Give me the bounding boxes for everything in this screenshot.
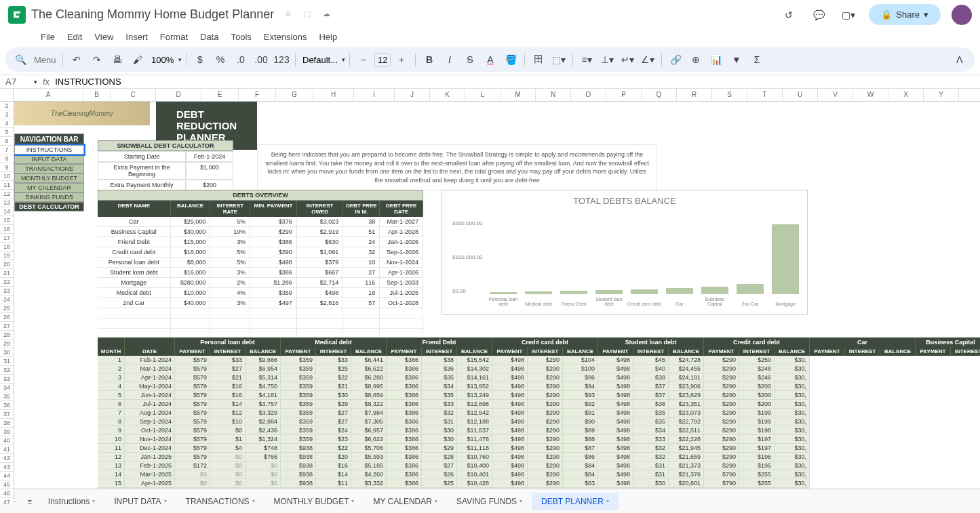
schedule-cell[interactable]: Mar-1-2025 (125, 470, 175, 479)
schedule-cell[interactable]: $498 (598, 391, 633, 400)
col-header[interactable]: C (111, 89, 156, 101)
schedule-cell[interactable]: $290 (528, 479, 563, 488)
row-header[interactable]: 20 (0, 260, 14, 269)
schedule-cell[interactable]: $290 (704, 391, 739, 400)
schedule-cell[interactable]: $290 (528, 426, 563, 435)
schedule-cell[interactable]: $748 (246, 444, 281, 453)
nav-item-input-data[interactable]: INPUT DATA (14, 155, 84, 164)
row-header[interactable]: 41 (0, 445, 14, 454)
schedule-cell[interactable]: $199 (739, 417, 775, 426)
overview-cell[interactable]: Friend Debt (98, 237, 171, 247)
schedule-cell[interactable]: 5 (98, 391, 125, 400)
schedule-cell[interactable]: $35 (422, 391, 457, 400)
schedule-cell[interactable]: $498 (492, 435, 528, 444)
history-icon[interactable]: ↺ (779, 5, 798, 24)
schedule-cell[interactable]: $250 (739, 356, 775, 365)
row-header[interactable]: 30 (0, 348, 14, 357)
chart-bar[interactable] (772, 224, 799, 294)
col-header[interactable]: W (853, 89, 888, 101)
menu-file[interactable]: File (35, 29, 60, 45)
row-header[interactable]: 43 (0, 463, 14, 472)
col-header[interactable]: A (14, 89, 83, 101)
comment-add-icon[interactable]: ⊕ (686, 50, 705, 69)
schedule-cell[interactable]: $84 (563, 470, 598, 479)
link-icon[interactable]: 🔗 (666, 50, 685, 69)
schedule-cell[interactable]: $579 (175, 409, 210, 417)
col-header[interactable]: K (430, 89, 465, 101)
row-header[interactable]: 36 (0, 401, 14, 410)
schedule-cell[interactable]: $24,728 (669, 356, 704, 365)
schedule-cell[interactable]: $579 (175, 356, 210, 365)
col-header[interactable]: U (783, 89, 818, 101)
schedule-cell[interactable]: $498 (492, 417, 528, 426)
schedule-cell[interactable]: $290 (528, 391, 563, 400)
share-button[interactable]: 🔒 Share ▾ (869, 4, 941, 25)
chart-bar[interactable] (631, 289, 658, 294)
overview-cell[interactable]: $25,000 (171, 217, 211, 227)
chevron-down-icon[interactable]: ▾ (178, 56, 182, 63)
schedule-cell[interactable]: $290 (528, 453, 563, 461)
schedule-cell[interactable]: $14 (210, 400, 246, 409)
chevron-down-icon[interactable]: ▾ (92, 498, 95, 504)
schedule-cell[interactable]: $359 (281, 365, 316, 373)
schedule-cell[interactable]: $579 (175, 444, 210, 453)
zoom-select[interactable] (149, 54, 177, 66)
schedule-cell[interactable]: $89 (563, 426, 598, 435)
row-header[interactable]: 38 (0, 419, 14, 428)
schedule-cell[interactable]: $14,161 (457, 373, 492, 382)
row-header[interactable]: 6 (0, 137, 14, 146)
overview-cell[interactable]: $2,714 (297, 278, 344, 288)
nav-item-monthly-budget[interactable]: MONTHLY BUDGET (14, 173, 84, 183)
schedule-cell[interactable]: $290 (528, 409, 563, 417)
schedule-cell[interactable]: $498 (492, 391, 528, 400)
schedule-cell[interactable]: $290 (528, 461, 563, 470)
schedule-cell[interactable]: $23 (316, 435, 351, 444)
schedule-cell[interactable]: $359 (281, 426, 316, 435)
schedule-cell[interactable]: $10 (210, 417, 246, 426)
schedule-cell[interactable]: $6,441 (351, 356, 387, 365)
schedule-cell[interactable]: $4,181 (246, 391, 281, 400)
schedule-cell[interactable]: Jan-1-2025 (125, 453, 175, 461)
menu-help[interactable]: Help (313, 29, 342, 45)
overview-cell[interactable]: $630 (297, 237, 344, 247)
schedule-cell[interactable]: $197 (739, 435, 775, 444)
col-header[interactable]: T (747, 89, 783, 101)
sheet-tab-transactions[interactable]: TRANSACTIONS ▾ (176, 493, 264, 504)
schedule-cell[interactable]: Oct-1-2024 (125, 426, 175, 435)
col-header[interactable]: D (156, 89, 201, 101)
overview-cell[interactable]: Business Capital (98, 227, 171, 237)
overview-cell[interactable]: $359 (250, 288, 297, 298)
row-header[interactable]: 2 (0, 102, 14, 110)
collapse-toolbar-icon[interactable]: ᐱ (950, 50, 969, 69)
format-123-icon[interactable]: 123 (272, 50, 291, 69)
schedule-cell[interactable]: $21 (210, 373, 246, 382)
schedule-cell[interactable]: $498 (492, 400, 528, 409)
schedule-cell[interactable]: $290 (704, 365, 739, 373)
overview-cell[interactable]: $498 (297, 288, 344, 298)
schedule-cell[interactable]: $200 (739, 382, 775, 391)
schedule-cell[interactable]: $30, (775, 373, 810, 382)
schedule-cell[interactable]: Sep-1-2024 (125, 417, 175, 426)
schedule-cell[interactable]: $96 (563, 373, 598, 382)
schedule-cell[interactable]: $30, (775, 400, 810, 409)
overview-cell[interactable]: Car (98, 217, 171, 227)
schedule-cell[interactable]: $30, (775, 435, 810, 444)
decrease-decimal-icon[interactable]: .0 (231, 50, 250, 69)
overview-cell[interactable]: 2% (210, 278, 250, 288)
menu-format[interactable]: Format (155, 29, 193, 45)
schedule-cell[interactable]: $386 (387, 479, 422, 488)
schedule-cell[interactable]: $5,706 (351, 444, 387, 453)
schedule-cell[interactable]: $0 (210, 461, 246, 470)
schedule-cell[interactable]: 13 (98, 461, 125, 470)
schedule-cell[interactable]: $11,118 (457, 444, 492, 453)
schedule-cell[interactable]: $579 (175, 382, 210, 391)
schedule-cell[interactable]: $498 (598, 409, 633, 417)
chart-bar[interactable] (525, 291, 552, 294)
schedule-cell[interactable]: $26 (422, 470, 457, 479)
schedule-cell[interactable]: $21,659 (669, 453, 704, 461)
nav-item-my-calendar[interactable]: MY CALENDAR (14, 183, 84, 192)
sheet-grid[interactable]: ABCDEFGHIJKLMNOPQRSTUVWXY 23456789101112… (0, 89, 980, 504)
overview-cell[interactable]: $379 (297, 258, 344, 268)
schedule-cell[interactable]: $27 (210, 365, 246, 373)
sheet-tab-saving-funds[interactable]: SAVING FUNDS ▾ (447, 493, 532, 504)
